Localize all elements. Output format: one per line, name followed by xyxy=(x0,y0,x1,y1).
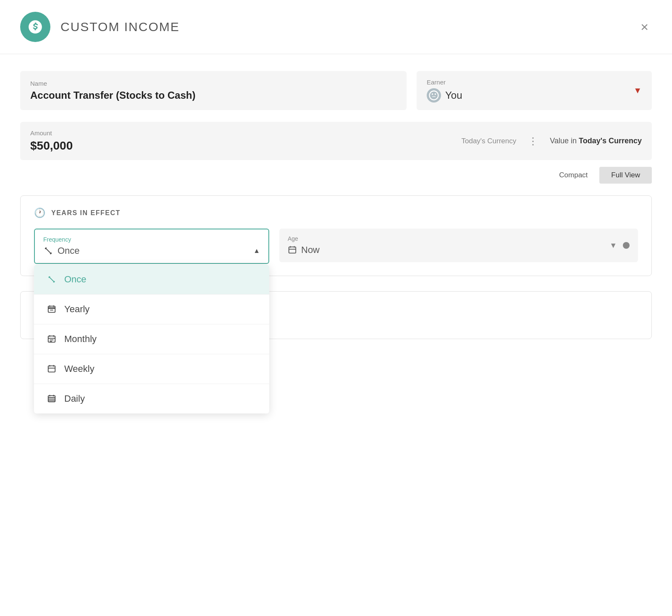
view-toggle-row: Compact Full View xyxy=(20,167,652,184)
dropdown-item-yearly[interactable]: Yearly xyxy=(34,295,269,324)
age-label: Age xyxy=(288,235,604,242)
value-label: Value in Today's Currency xyxy=(550,137,642,145)
top-row: Name Account Transfer (Stocks to Cash) E… xyxy=(20,71,652,110)
frequency-label: Frequency xyxy=(43,236,260,243)
svg-rect-16 xyxy=(289,247,296,253)
earner-content: You xyxy=(427,88,462,103)
avatar-icon xyxy=(428,90,440,101)
svg-line-0 xyxy=(45,248,51,254)
app-icon xyxy=(20,12,50,42)
earner-dropdown-arrow[interactable]: ▼ xyxy=(633,86,642,95)
amount-right: Today's Currency ⋮ Value in Today's Curr… xyxy=(461,134,642,149)
years-section: 🕐 YEARS IN EFFECT Frequency xyxy=(20,195,652,276)
clock-icon: 🕐 xyxy=(34,208,45,218)
earner-field[interactable]: Earner You ▼ xyxy=(417,71,652,110)
monthly-icon xyxy=(46,334,58,344)
currency-label: Today's Currency xyxy=(461,137,516,145)
age-select-inner: Age Now xyxy=(288,235,604,255)
dollar-icon xyxy=(27,19,43,35)
dropdown-item-once[interactable]: Once xyxy=(34,265,269,295)
amount-row: Amount $50,000 Today's Currency ⋮ Value … xyxy=(20,122,652,160)
once-icon xyxy=(43,246,53,256)
age-select[interactable]: Age Now ▼ xyxy=(279,229,638,262)
header: CUSTOM INCOME × xyxy=(0,0,672,54)
header-left: CUSTOM INCOME xyxy=(20,12,180,42)
once-menu-icon xyxy=(46,275,58,284)
dropdown-item-weekly[interactable]: Weekly xyxy=(34,354,269,384)
svg-rect-14 xyxy=(48,366,55,372)
daily-label: Daily xyxy=(64,393,85,404)
yearly-label: Yearly xyxy=(64,304,89,315)
weekly-icon xyxy=(46,364,58,374)
frequency-wrapper: Frequency Once xyxy=(34,229,269,264)
main-content: Name Account Transfer (Stocks to Cash) E… xyxy=(0,54,672,356)
dropdown-item-daily[interactable]: Daily xyxy=(34,384,269,413)
age-value-row: Now xyxy=(288,245,604,255)
section-title: YEARS IN EFFECT xyxy=(51,209,121,217)
weekly-label: Weekly xyxy=(64,363,94,374)
daily-icon xyxy=(46,394,58,403)
svg-rect-10 xyxy=(48,306,55,313)
section-header: 🕐 YEARS IN EFFECT xyxy=(34,208,638,218)
age-dropdown-arrow: ▼ xyxy=(609,241,617,250)
once-label: Once xyxy=(64,274,87,285)
frequency-arrow: ▲ xyxy=(253,247,260,255)
age-value: Now xyxy=(301,245,320,255)
calendar-icon xyxy=(288,245,297,255)
yearly-icon xyxy=(46,305,58,314)
monthly-label: Monthly xyxy=(64,334,97,345)
dropdown-item-monthly[interactable]: Monthly xyxy=(34,324,269,354)
frequency-value-inner: Once xyxy=(43,245,80,256)
frequency-dropdown-menu: Once Yearly xyxy=(34,265,269,413)
frequency-select[interactable]: Frequency Once xyxy=(34,229,269,264)
svg-line-5 xyxy=(49,277,55,282)
header-title: CUSTOM INCOME xyxy=(60,20,180,34)
value-currency: Today's Currency xyxy=(579,137,642,145)
name-label: Name xyxy=(30,80,396,87)
earner-label: Earner xyxy=(427,79,462,86)
name-value: Account Transfer (Stocks to Cash) xyxy=(30,90,396,101)
earner-value: You xyxy=(445,90,462,101)
more-options-button[interactable]: ⋮ xyxy=(525,134,541,149)
frequency-selected-value: Once xyxy=(58,245,80,256)
dot-indicator xyxy=(623,242,630,249)
frequency-value-row: Once ▲ xyxy=(43,245,260,256)
amount-left: Amount $50,000 xyxy=(30,129,461,153)
compact-button[interactable]: Compact xyxy=(547,167,599,184)
close-button[interactable]: × xyxy=(637,17,652,37)
name-field: Name Account Transfer (Stocks to Cash) xyxy=(20,71,407,110)
avatar xyxy=(427,88,441,103)
amount-label: Amount xyxy=(30,129,461,137)
full-view-button[interactable]: Full View xyxy=(599,167,652,184)
years-row: Frequency Once xyxy=(34,229,638,264)
earner-left: Earner You xyxy=(427,79,462,103)
amount-value: $50,000 xyxy=(30,139,461,153)
